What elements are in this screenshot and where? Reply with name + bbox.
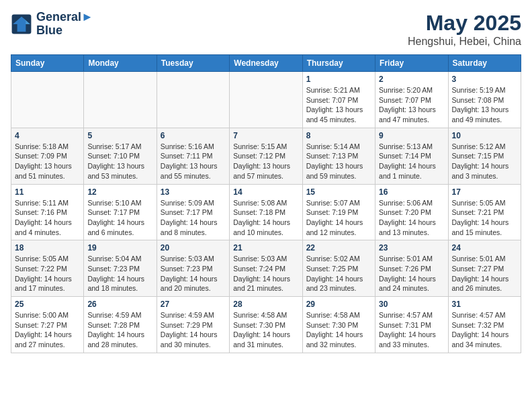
calendar-cell: 21Sunrise: 5:03 AMSunset: 7:24 PMDayligh… [230, 240, 302, 297]
day-detail: Sunrise: 5:05 AMSunset: 7:22 PMDaylight:… [15, 254, 80, 293]
calendar-cell: 10Sunrise: 5:12 AMSunset: 7:15 PMDayligh… [448, 128, 521, 184]
day-detail: Sunrise: 5:19 AMSunset: 7:08 PMDaylight:… [452, 85, 517, 125]
day-detail: Sunrise: 4:58 AMSunset: 7:30 PMDaylight:… [306, 310, 371, 350]
calendar-title: May 2025 [408, 11, 521, 36]
week-row-1: 4Sunrise: 5:18 AMSunset: 7:09 PMDaylight… [11, 128, 521, 184]
col-tuesday: Tuesday [157, 55, 229, 72]
calendar-cell: 5Sunrise: 5:17 AMSunset: 7:10 PMDaylight… [84, 128, 157, 184]
day-detail: Sunrise: 5:15 AMSunset: 7:12 PMDaylight:… [233, 142, 298, 181]
calendar-cell: 4Sunrise: 5:18 AMSunset: 7:09 PMDaylight… [11, 128, 84, 184]
day-number: 19 [87, 243, 152, 253]
day-number: 20 [161, 243, 226, 253]
calendar-cell [230, 72, 302, 128]
day-detail: Sunrise: 4:59 AMSunset: 7:29 PMDaylight:… [161, 310, 226, 350]
day-number: 15 [306, 187, 371, 197]
day-detail: Sunrise: 5:14 AMSunset: 7:13 PMDaylight:… [306, 142, 371, 181]
day-number: 1 [306, 75, 371, 84]
calendar-cell: 8Sunrise: 5:14 AMSunset: 7:13 PMDaylight… [302, 128, 375, 184]
day-detail: Sunrise: 5:17 AMSunset: 7:10 PMDaylight:… [87, 142, 152, 181]
calendar-body: 1Sunrise: 5:21 AMSunset: 7:07 PMDaylight… [11, 72, 521, 353]
day-number: 16 [379, 187, 444, 197]
day-number: 5 [87, 131, 152, 140]
day-number: 18 [15, 243, 80, 253]
calendar-cell: 17Sunrise: 5:05 AMSunset: 7:21 PMDayligh… [448, 184, 521, 240]
day-detail: Sunrise: 5:11 AMSunset: 7:16 PMDaylight:… [15, 198, 80, 238]
calendar-cell: 16Sunrise: 5:06 AMSunset: 7:20 PMDayligh… [375, 184, 448, 240]
calendar-cell: 23Sunrise: 5:01 AMSunset: 7:26 PMDayligh… [375, 240, 448, 297]
logo-text: General► Blue [36, 11, 93, 38]
day-number: 8 [306, 131, 371, 140]
calendar-cell: 20Sunrise: 5:03 AMSunset: 7:23 PMDayligh… [157, 240, 229, 297]
col-monday: Monday [84, 55, 157, 72]
day-detail: Sunrise: 5:03 AMSunset: 7:23 PMDaylight:… [161, 254, 226, 293]
day-number: 29 [306, 300, 371, 309]
day-detail: Sunrise: 5:09 AMSunset: 7:17 PMDaylight:… [161, 198, 226, 238]
day-number: 28 [233, 300, 298, 309]
day-detail: Sunrise: 5:12 AMSunset: 7:15 PMDaylight:… [452, 142, 517, 181]
day-number: 31 [452, 300, 517, 309]
day-number: 25 [15, 300, 80, 309]
calendar-cell: 22Sunrise: 5:02 AMSunset: 7:25 PMDayligh… [302, 240, 375, 297]
day-number: 17 [452, 187, 517, 197]
calendar-cell [157, 72, 229, 128]
day-number: 24 [452, 243, 517, 253]
day-number: 7 [233, 131, 298, 140]
col-wednesday: Wednesday [230, 55, 302, 72]
day-detail: Sunrise: 5:16 AMSunset: 7:11 PMDaylight:… [161, 142, 226, 181]
day-number: 30 [379, 300, 444, 309]
calendar-cell: 31Sunrise: 4:57 AMSunset: 7:32 PMDayligh… [448, 297, 521, 353]
calendar-cell: 27Sunrise: 4:59 AMSunset: 7:29 PMDayligh… [157, 297, 229, 353]
day-detail: Sunrise: 5:00 AMSunset: 7:27 PMDaylight:… [15, 310, 80, 350]
calendar-cell: 15Sunrise: 5:07 AMSunset: 7:19 PMDayligh… [302, 184, 375, 240]
day-detail: Sunrise: 4:57 AMSunset: 7:32 PMDaylight:… [452, 310, 517, 350]
day-detail: Sunrise: 5:10 AMSunset: 7:17 PMDaylight:… [87, 198, 152, 238]
day-number: 27 [161, 300, 226, 309]
calendar-cell: 29Sunrise: 4:58 AMSunset: 7:30 PMDayligh… [302, 297, 375, 353]
calendar-cell: 25Sunrise: 5:00 AMSunset: 7:27 PMDayligh… [11, 297, 84, 353]
day-detail: Sunrise: 5:18 AMSunset: 7:09 PMDaylight:… [15, 142, 80, 181]
day-number: 3 [452, 75, 517, 84]
calendar-table: Sunday Monday Tuesday Wednesday Thursday… [11, 54, 521, 353]
calendar-cell: 28Sunrise: 4:58 AMSunset: 7:30 PMDayligh… [230, 297, 302, 353]
day-number: 23 [379, 243, 444, 253]
calendar-cell: 26Sunrise: 4:59 AMSunset: 7:28 PMDayligh… [84, 297, 157, 353]
day-detail: Sunrise: 4:58 AMSunset: 7:30 PMDaylight:… [233, 310, 298, 350]
week-row-3: 18Sunrise: 5:05 AMSunset: 7:22 PMDayligh… [11, 240, 521, 297]
week-row-4: 25Sunrise: 5:00 AMSunset: 7:27 PMDayligh… [11, 297, 521, 353]
calendar-subtitle: Hengshui, Hebei, China [408, 36, 521, 48]
calendar-cell: 13Sunrise: 5:09 AMSunset: 7:17 PMDayligh… [157, 184, 229, 240]
day-detail: Sunrise: 4:57 AMSunset: 7:31 PMDaylight:… [379, 310, 444, 350]
day-detail: Sunrise: 5:08 AMSunset: 7:18 PMDaylight:… [233, 198, 298, 238]
day-detail: Sunrise: 5:06 AMSunset: 7:20 PMDaylight:… [379, 198, 444, 238]
calendar-cell: 12Sunrise: 5:10 AMSunset: 7:17 PMDayligh… [84, 184, 157, 240]
calendar-cell: 9Sunrise: 5:13 AMSunset: 7:14 PMDaylight… [375, 128, 448, 184]
calendar-cell [84, 72, 157, 128]
calendar-cell [11, 72, 84, 128]
day-number: 22 [306, 243, 371, 253]
day-number: 4 [15, 131, 80, 140]
calendar-cell: 18Sunrise: 5:05 AMSunset: 7:22 PMDayligh… [11, 240, 84, 297]
day-detail: Sunrise: 5:03 AMSunset: 7:24 PMDaylight:… [233, 254, 298, 293]
header-row: Sunday Monday Tuesday Wednesday Thursday… [11, 55, 521, 72]
col-friday: Friday [375, 55, 448, 72]
day-detail: Sunrise: 5:05 AMSunset: 7:21 PMDaylight:… [452, 198, 517, 238]
calendar-cell: 6Sunrise: 5:16 AMSunset: 7:11 PMDaylight… [157, 128, 229, 184]
day-number: 11 [15, 187, 80, 197]
day-detail: Sunrise: 5:04 AMSunset: 7:23 PMDaylight:… [87, 254, 152, 293]
day-number: 21 [233, 243, 298, 253]
calendar-cell: 11Sunrise: 5:11 AMSunset: 7:16 PMDayligh… [11, 184, 84, 240]
col-sunday: Sunday [11, 55, 84, 72]
calendar-cell: 24Sunrise: 5:01 AMSunset: 7:27 PMDayligh… [448, 240, 521, 297]
day-number: 6 [161, 131, 226, 140]
calendar-cell: 2Sunrise: 5:20 AMSunset: 7:07 PMDaylight… [375, 72, 448, 128]
day-detail: Sunrise: 5:20 AMSunset: 7:07 PMDaylight:… [379, 85, 444, 125]
calendar-header: Sunday Monday Tuesday Wednesday Thursday… [11, 55, 521, 72]
calendar-cell: 14Sunrise: 5:08 AMSunset: 7:18 PMDayligh… [230, 184, 302, 240]
day-number: 14 [233, 187, 298, 197]
day-detail: Sunrise: 5:13 AMSunset: 7:14 PMDaylight:… [379, 142, 444, 181]
calendar-cell: 7Sunrise: 5:15 AMSunset: 7:12 PMDaylight… [230, 128, 302, 184]
calendar-cell: 3Sunrise: 5:19 AMSunset: 7:08 PMDaylight… [448, 72, 521, 128]
col-saturday: Saturday [448, 55, 521, 72]
logo: General► Blue [11, 11, 93, 38]
calendar-cell: 1Sunrise: 5:21 AMSunset: 7:07 PMDaylight… [302, 72, 375, 128]
